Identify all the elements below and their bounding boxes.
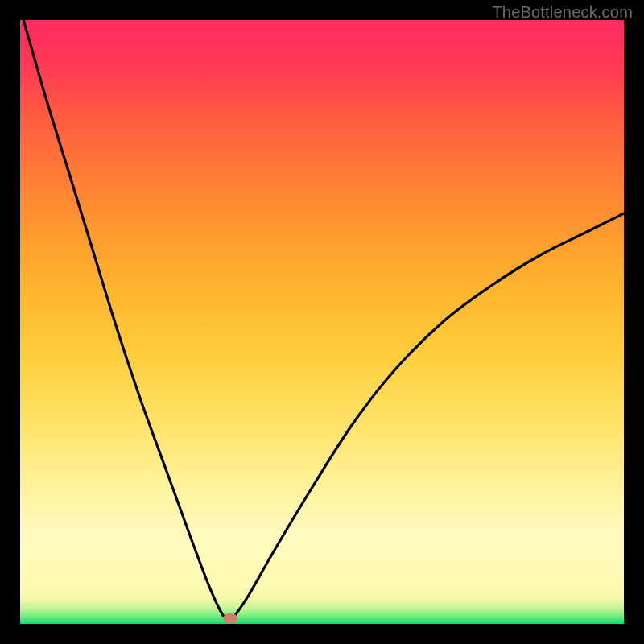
plot-area xyxy=(20,20,624,624)
chart-frame: TheBottleneck.com xyxy=(0,0,644,644)
watermark-label: TheBottleneck.com xyxy=(492,3,633,22)
bottleneck-curve xyxy=(20,20,624,624)
optimal-point-marker xyxy=(223,613,237,624)
